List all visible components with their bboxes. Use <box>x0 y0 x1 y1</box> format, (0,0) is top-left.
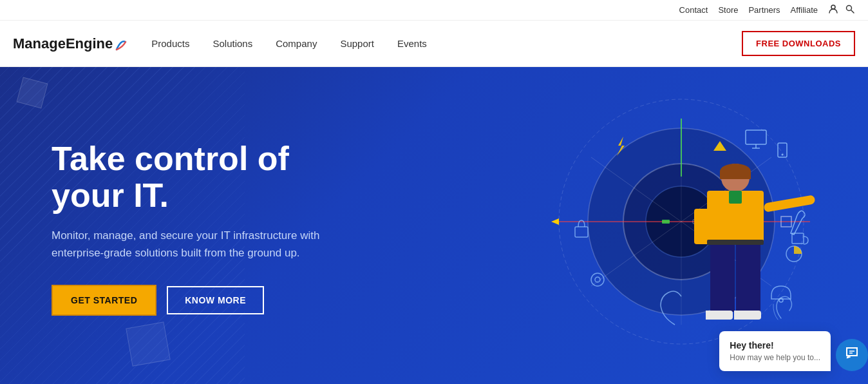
affiliate-link[interactable]: Affiliate <box>791 5 818 15</box>
hero-subtitle: Monitor, manage, and secure your IT infr… <box>52 227 361 262</box>
logo[interactable]: ManageEngine <box>13 35 126 52</box>
partners-link[interactable]: Partners <box>748 5 780 15</box>
top-utility-bar: Contact Store Partners Affiliate <box>0 0 868 21</box>
store-link[interactable]: Store <box>718 5 738 15</box>
nav-events[interactable]: Events <box>397 35 427 52</box>
chat-avatar-button[interactable] <box>836 339 868 371</box>
svg-line-2 <box>851 10 854 13</box>
chat-bubble[interactable]: Hey there! How may we help you to... <box>719 331 831 371</box>
hero-title: Take control of your IT. <box>52 140 361 214</box>
nav-company[interactable]: Company <box>276 35 317 52</box>
svg-rect-25 <box>575 227 588 237</box>
user-icon[interactable] <box>828 4 838 16</box>
svg-marker-8 <box>551 218 559 225</box>
svg-rect-34 <box>847 348 857 356</box>
hero-content: Take control of your IT. Monitor, manage… <box>0 102 412 355</box>
know-more-button[interactable]: KNOW MORE <box>167 286 264 314</box>
nav-solutions[interactable]: Solutions <box>212 35 252 52</box>
svg-point-1 <box>847 6 852 11</box>
chat-bubble-title: Hey there! <box>730 340 820 350</box>
nav-support[interactable]: Support <box>340 35 374 52</box>
logo-text: ManageEngine <box>13 35 113 52</box>
logo-arc-icon <box>114 38 126 50</box>
main-navbar: ManageEngine Products Solutions Company … <box>0 21 868 67</box>
get-started-button[interactable]: GET STARTED <box>52 285 156 316</box>
free-downloads-button[interactable]: FREE DOWNLOADS <box>742 31 855 56</box>
chat-bubble-text: How may we help you to... <box>730 353 820 362</box>
chat-widget: Hey there! How may we help you to... <box>719 331 868 371</box>
svg-point-0 <box>831 5 835 9</box>
top-bar-icons <box>828 4 855 16</box>
nav-links: Products Solutions Company Support Event… <box>151 35 742 52</box>
svg-rect-32 <box>662 220 670 224</box>
chat-icon <box>844 345 860 365</box>
search-icon[interactable] <box>845 4 855 16</box>
hero-buttons: GET STARTED KNOW MORE <box>52 285 361 316</box>
logo-engine: Engine <box>66 35 113 52</box>
svg-point-21 <box>782 154 784 156</box>
svg-point-26 <box>591 273 604 286</box>
nav-products[interactable]: Products <box>151 35 189 52</box>
logo-manage: Manage <box>13 35 66 52</box>
svg-rect-17 <box>746 130 766 144</box>
contact-link[interactable]: Contact <box>679 5 708 15</box>
